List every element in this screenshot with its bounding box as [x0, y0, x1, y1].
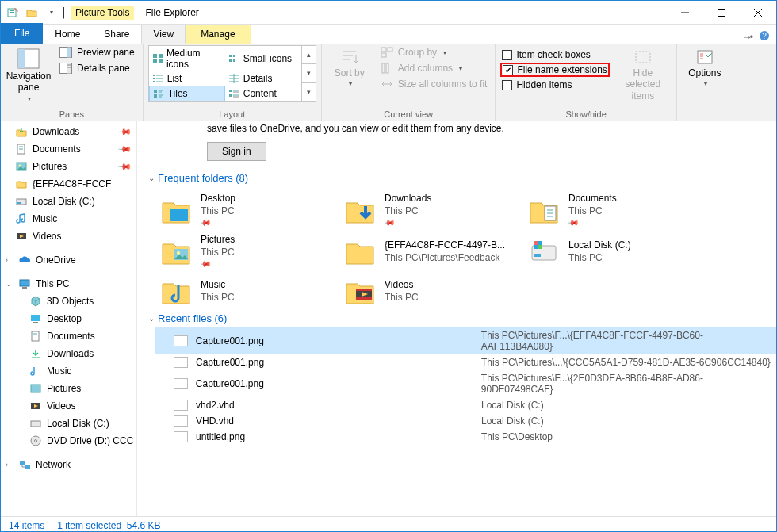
- nav-pictures-2[interactable]: Pictures: [1, 380, 136, 397]
- svg-rect-25: [153, 75, 155, 76]
- nav-onedrive[interactable]: ›OneDrive: [1, 251, 136, 269]
- status-item-count: 14 items: [9, 520, 44, 531]
- nav-documents-2[interactable]: Documents: [1, 327, 136, 345]
- folder-item[interactable]: PicturesThis PC📌: [159, 233, 334, 270]
- chevron-right-icon[interactable]: ›: [6, 256, 13, 264]
- file-name-extensions-checkbox[interactable]: ✔File name extensions: [500, 63, 609, 77]
- tab-share[interactable]: Share: [92, 25, 141, 44]
- nav-local-disk[interactable]: Local Disk (C:): [1, 193, 136, 210]
- folder-name: Pictures: [201, 233, 235, 246]
- navigation-pane[interactable]: Downloads📌 Documents📌 Pictures📌 {EFFA4C8…: [1, 121, 137, 516]
- file-icon: [174, 335, 188, 346]
- add-columns-button[interactable]: +Add columns▾: [377, 61, 491, 75]
- nav-3d-objects[interactable]: 3D Objects: [1, 293, 136, 310]
- layout-gallery[interactable]: Medium icons Small icons List Details Ti…: [148, 45, 316, 102]
- tab-home[interactable]: Home: [43, 25, 92, 44]
- status-selected: 1 item selected 54.6 KB: [57, 520, 160, 531]
- nav-network[interactable]: ›Network: [1, 456, 136, 473]
- folder-item[interactable]: DownloadsThis PC📌: [343, 192, 518, 228]
- help-icon[interactable]: ?: [759, 30, 770, 44]
- downloads-icon: [15, 125, 28, 138]
- navigation-pane-button[interactable]: Navigation pane ▾: [6, 45, 52, 102]
- nav-local-disk-2[interactable]: Local Disk (C:): [1, 415, 136, 432]
- hidden-items-checkbox[interactable]: Hidden items: [500, 78, 609, 91]
- nav-music-2[interactable]: Music: [1, 362, 136, 380]
- file-path: This PC\Pictures\F...\{2E0D3DEA-8B66-4B8…: [481, 373, 771, 395]
- tab-file[interactable]: File: [1, 23, 43, 44]
- nav-music[interactable]: Music: [1, 210, 136, 228]
- svg-rect-58: [698, 51, 712, 63]
- folder-item[interactable]: Local Disk (C:)This PC: [527, 233, 702, 270]
- svg-rect-67: [20, 280, 29, 286]
- layout-gallery-scroll[interactable]: ▴▾▾: [301, 46, 316, 101]
- recent-files-header[interactable]: ⌄Recent files (6): [144, 308, 776, 327]
- qat-dropdown-icon[interactable]: ▾: [42, 4, 59, 21]
- chevron-right-icon[interactable]: ›: [6, 461, 13, 469]
- svg-rect-18: [159, 54, 163, 58]
- svg-rect-38: [154, 94, 157, 98]
- layout-details[interactable]: Details: [225, 71, 301, 86]
- folder-item[interactable]: VideosThis PC: [343, 274, 518, 308]
- nav-feedback-folder[interactable]: {EFFA4C8F-FCCF: [1, 175, 136, 193]
- qat-new-folder-icon[interactable]: [23, 4, 40, 21]
- folder-location: This PC: [201, 291, 235, 304]
- tab-manage[interactable]: Manage: [186, 25, 250, 44]
- folder-item[interactable]: DocumentsThis PC📌: [527, 192, 702, 228]
- recent-file-row[interactable]: vhd2.vhdLocal Disk (C:): [155, 397, 776, 413]
- folder-item[interactable]: DesktopThis PC📌: [159, 192, 334, 228]
- folder-icon: [15, 178, 28, 190]
- chevron-down-icon[interactable]: ⌄: [6, 280, 13, 288]
- chevron-down-icon: ⌄: [148, 174, 155, 182]
- folder-name: Desktop: [201, 192, 235, 205]
- svg-rect-1: [10, 10, 14, 11]
- folder-item[interactable]: {EFFA4C8F-FCCF-4497-B...This PC\Pictures…: [343, 233, 518, 270]
- folder-name: Downloads: [385, 192, 431, 205]
- minimize-button[interactable]: [667, 1, 703, 25]
- folder-large-icon: [159, 235, 193, 268]
- nav-videos-2[interactable]: Videos: [1, 397, 136, 415]
- nav-pictures[interactable]: Pictures📌: [1, 158, 136, 175]
- tab-view[interactable]: View: [141, 25, 186, 44]
- qat-properties-icon[interactable]: [4, 4, 21, 21]
- recent-file-row[interactable]: Capture001.pngThis PC\Pictures\...\{CCC5…: [155, 354, 776, 370]
- nav-downloads-2[interactable]: Downloads: [1, 345, 136, 362]
- close-button[interactable]: [740, 1, 776, 25]
- size-columns-button[interactable]: Size all columns to fit: [377, 77, 491, 91]
- sort-by-button[interactable]: Sort by▾: [327, 45, 373, 88]
- folder-large-icon: [159, 193, 193, 227]
- file-icon: [174, 415, 188, 427]
- folder-name: Local Disk (C:): [568, 239, 631, 251]
- window-controls: [667, 1, 776, 25]
- maximize-button[interactable]: [703, 1, 740, 25]
- folder-item[interactable]: MusicThis PC: [159, 274, 334, 308]
- nav-downloads[interactable]: Downloads📌: [1, 123, 136, 140]
- options-button[interactable]: Options▾: [682, 45, 728, 88]
- layout-list[interactable]: List: [149, 71, 225, 86]
- pin-ribbon-icon[interactable]: →•: [743, 32, 751, 43]
- recent-file-row[interactable]: untitled.pngThis PC\Desktop: [155, 429, 776, 445]
- nav-desktop[interactable]: Desktop: [1, 310, 136, 327]
- folder-name: {EFFA4C8F-FCCF-4497-B...: [385, 239, 505, 251]
- svg-rect-71: [32, 331, 39, 341]
- group-by-button[interactable]: Group by▾: [377, 45, 491, 59]
- nav-documents[interactable]: Documents📌: [1, 140, 136, 158]
- frequent-folders-header[interactable]: ⌄Frequent folders (8): [144, 167, 776, 187]
- details-pane-button[interactable]: Details pane: [56, 61, 138, 75]
- sign-in-button[interactable]: Sign in: [207, 142, 266, 161]
- layout-tiles[interactable]: Tiles: [149, 86, 225, 101]
- svg-rect-65: [17, 202, 21, 204]
- item-check-boxes-checkbox[interactable]: Item check boxes: [500, 48, 609, 61]
- recent-file-row[interactable]: VHD.vhdLocal Disk (C:): [155, 413, 776, 429]
- nav-videos[interactable]: Videos: [1, 228, 136, 245]
- layout-small-icons[interactable]: Small icons: [225, 46, 301, 71]
- recent-file-row[interactable]: Capture001.pngThis PC\Pictures\F...\{2E0…: [155, 370, 776, 397]
- hide-selected-button[interactable]: Hide selected items: [614, 45, 672, 101]
- nav-this-pc[interactable]: ⌄This PC: [1, 275, 136, 293]
- recent-file-row[interactable]: Capture001.pngThis PC\Pictures\F...\{EFF…: [155, 327, 776, 354]
- content-pane[interactable]: save files to OneDrive, and you can view…: [137, 121, 776, 516]
- preview-pane-button[interactable]: Preview pane: [56, 45, 138, 59]
- pc-icon: [18, 277, 31, 290]
- layout-medium-icons[interactable]: Medium icons: [149, 46, 225, 71]
- nav-dvd-drive[interactable]: DVD Drive (D:) CCC: [1, 432, 136, 450]
- layout-content[interactable]: Content: [225, 86, 301, 101]
